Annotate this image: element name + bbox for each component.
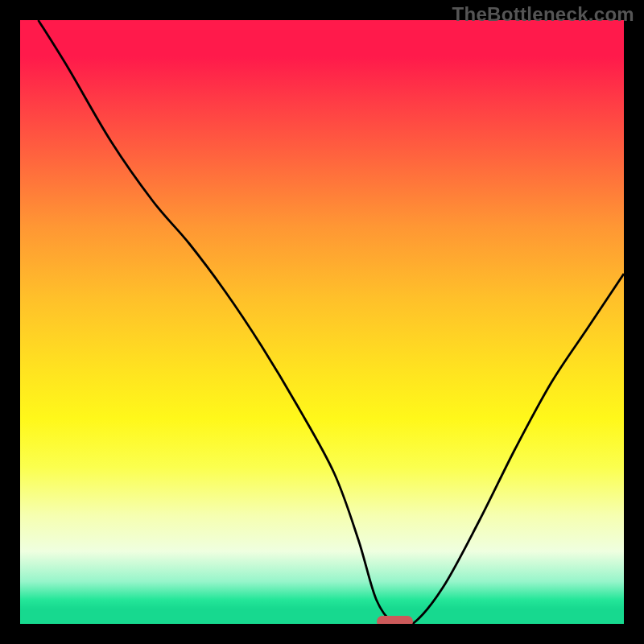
watermark-text: TheBottleneck.com bbox=[452, 3, 634, 26]
bottleneck-curve bbox=[39, 20, 625, 624]
optimal-marker bbox=[377, 616, 413, 624]
curve-layer bbox=[20, 20, 624, 624]
plot-area bbox=[20, 20, 624, 624]
chart-frame: TheBottleneck.com bbox=[0, 0, 644, 644]
